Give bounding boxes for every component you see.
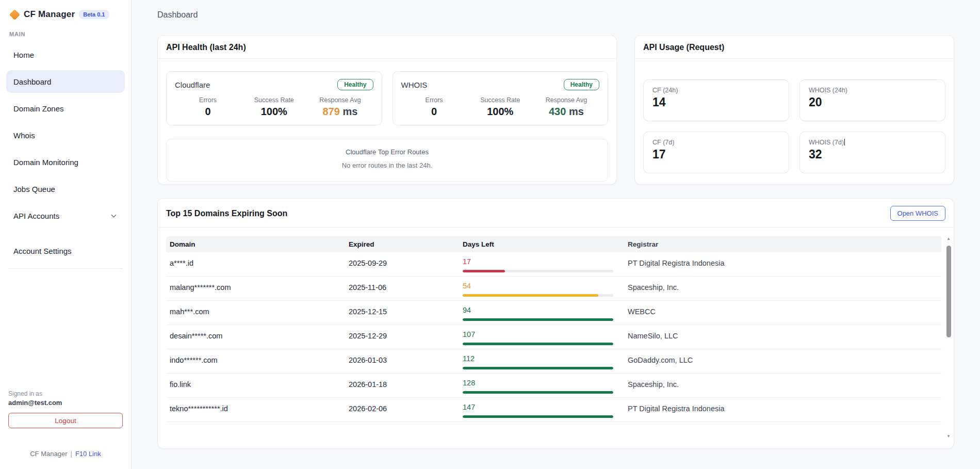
cell-days-left: 128 <box>459 374 624 397</box>
sidebar-item[interactable]: Home <box>6 43 125 66</box>
usage-value: 20 <box>809 95 936 109</box>
usage-label: CF (24h) <box>652 87 678 94</box>
cell-days-left: 112 <box>459 349 624 373</box>
cell-domain: fio.link <box>166 374 345 397</box>
table-header-row: Domain Expired Days Left Registrar <box>166 236 941 252</box>
cell-registrar: WEBCC <box>624 301 941 325</box>
cell-domain: malang*******.com <box>166 277 345 300</box>
user-email: admin@test.com <box>8 399 123 407</box>
sidebar-item-label: Domain Zones <box>13 104 64 113</box>
days-progress-track <box>463 318 613 321</box>
api-usage-card: API Usage (Request) CF (24h) 14 WHOIS (2… <box>634 35 954 185</box>
error-routes-empty-text: No error routes in the last 24h. <box>172 161 602 169</box>
text-cursor <box>844 139 845 145</box>
cell-days-left: 17 <box>459 252 624 276</box>
table-scroll-area: Domain Expired Days Left Registrar a****… <box>166 236 952 440</box>
nav-section-label: MAIN <box>0 28 131 43</box>
status-badge: Healthy <box>564 79 599 90</box>
table-scrollbar[interactable]: ▲ ▼ <box>945 236 952 440</box>
sidebar-item[interactable]: Jobs Queue <box>6 177 125 200</box>
sidebar-nav: Home Dashboard Domain Zones Whois Domain… <box>0 43 131 231</box>
table-row: desain*****.com 2025-12-29 107 NameSilo,… <box>166 325 941 349</box>
expiring-title: Top 15 Domains Expiring Soon <box>166 209 287 218</box>
cell-expired: 2026-01-03 <box>345 349 459 373</box>
sidebar-item-label: Jobs Queue <box>13 185 55 193</box>
usage-label: CF (7d) <box>652 139 674 146</box>
page-title: Dashboard <box>157 10 955 20</box>
service-head: WHOIS Healthy <box>401 79 600 90</box>
cell-domain: indo******.com <box>166 349 345 373</box>
stat-errors: Errors 0 <box>175 96 241 118</box>
response-value: 430 <box>549 106 566 117</box>
service-name: Cloudflare <box>175 80 210 89</box>
table-row: tekno***********.id 2026-02-06 147 PT Di… <box>166 398 941 422</box>
col-header-registrar: Registrar <box>624 240 941 248</box>
days-progress-track <box>463 415 613 418</box>
app-logo-icon <box>9 9 20 20</box>
sidebar-item[interactable]: Dashboard <box>6 70 125 93</box>
days-progress-track <box>463 391 613 394</box>
open-whois-button[interactable]: Open WHOIS <box>890 206 945 221</box>
app-root: CF Manager Beta 0.1 MAIN Home Dashboard … <box>0 0 980 469</box>
stat-success-rate: Success Rate 100% <box>241 96 307 118</box>
service-cards-row: Cloudflare Healthy Errors 0 Success Rate <box>166 71 608 125</box>
f10-link[interactable]: F10 Link <box>75 450 101 458</box>
service-health-card: Cloudflare Healthy Errors 0 Success Rate <box>166 71 382 125</box>
response-value: 879 <box>323 106 340 117</box>
days-left-number: 107 <box>463 330 624 339</box>
days-progress-fill <box>463 270 505 272</box>
cell-registrar: PT Digital Registra Indonesia <box>624 398 941 422</box>
days-progress-fill <box>463 343 613 345</box>
col-header-domain: Domain <box>166 240 345 248</box>
sidebar-item[interactable]: Domain Zones <box>6 97 125 120</box>
usage-label: WHOIS (24h) <box>809 87 847 94</box>
cell-registrar: GoDaddy.com, LLC <box>624 349 941 373</box>
sidebar-nav-secondary: Account Settings <box>0 231 131 266</box>
cell-days-left: 94 <box>459 301 624 325</box>
top-cards-row: API Health (last 24h) Cloudflare Healthy… <box>157 35 955 185</box>
cell-days-left: 147 <box>459 398 624 422</box>
table-body: a****.id 2025-09-29 17 PT Digital Regist… <box>166 252 941 422</box>
days-progress-track <box>463 367 613 369</box>
cell-days-left: 54 <box>459 277 624 300</box>
cell-expired: 2025-09-29 <box>345 252 459 276</box>
usage-grid: CF (24h) 14 WHOIS (24h) 20 CF (7d) 17 <box>635 59 954 182</box>
days-progress-track <box>463 343 613 345</box>
sidebar-item[interactable]: Whois <box>6 124 125 147</box>
usage-stat-box: WHOIS (24h) 20 <box>799 79 945 121</box>
usage-value: 14 <box>652 95 780 109</box>
cell-registrar: PT Digital Registra Indonesia <box>624 252 941 276</box>
cell-domain: a****.id <box>166 252 345 276</box>
cell-domain: mah***.com <box>166 301 345 325</box>
days-progress-track <box>463 270 613 272</box>
logout-button[interactable]: Logout <box>8 413 123 428</box>
status-badge: Healthy <box>337 79 373 90</box>
scrollbar-down-arrow-icon[interactable]: ▼ <box>946 434 951 440</box>
scrollbar-thumb[interactable] <box>946 246 951 337</box>
sidebar-item-label: Dashboard <box>13 77 51 86</box>
footer-app-name: CF Manager <box>30 450 67 458</box>
sidebar-item-account-settings[interactable]: Account Settings <box>6 239 125 262</box>
api-usage-title: API Usage (Request) <box>643 43 724 52</box>
service-stats: Errors 0 Success Rate 100% Response Avg <box>175 96 373 118</box>
days-progress-track <box>463 294 613 297</box>
days-left-number: 17 <box>463 257 624 266</box>
days-progress-fill <box>463 294 598 297</box>
cell-registrar: NameSilo, LLC <box>624 325 941 349</box>
scrollbar-up-arrow-icon[interactable]: ▲ <box>946 236 951 242</box>
cell-registrar: Spaceship, Inc. <box>624 374 941 397</box>
days-left-number: 112 <box>463 354 624 363</box>
sidebar-item[interactable]: Domain Monitoring <box>6 151 125 173</box>
sidebar-footer: CF Manager|F10 Link <box>8 450 123 460</box>
sidebar-item-label: Whois <box>13 131 35 140</box>
days-progress-fill <box>463 415 613 418</box>
sidebar-item[interactable]: API Accounts <box>6 204 125 227</box>
service-name: WHOIS <box>401 80 428 89</box>
usage-label: WHOIS (7d) <box>809 139 844 146</box>
beta-badge: Beta 0.1 <box>79 10 109 19</box>
error-routes-title: Cloudflare Top Error Routes <box>172 148 602 156</box>
cell-expired: 2026-02-06 <box>345 398 459 422</box>
table-row: indo******.com 2026-01-03 112 GoDaddy.co… <box>166 349 941 374</box>
sidebar-footer-block: Signed in as admin@test.com Logout CF Ma… <box>0 390 131 460</box>
sidebar-item-label: Domain Monitoring <box>13 158 78 167</box>
